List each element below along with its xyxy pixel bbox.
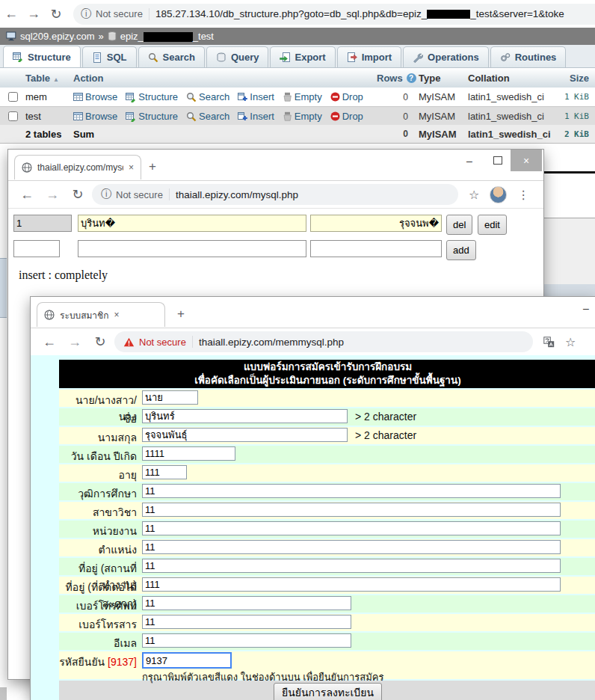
tab-sql[interactable]: SQL: [82, 46, 137, 67]
import-icon: [347, 52, 357, 63]
row-checkbox[interactable]: [8, 92, 18, 102]
column-header-collation: Collation: [468, 73, 556, 84]
empty-link[interactable]: Empty: [283, 91, 322, 102]
field-label: ตำแหน่ง: [59, 539, 141, 556]
insert-link[interactable]: Insert: [238, 91, 274, 102]
bookmark-star-icon[interactable]: ☆: [565, 335, 576, 349]
field-input-4[interactable]: [142, 446, 235, 461]
mysql-window-tab[interactable]: thaiall.epizy.com/mysql.php ×: [14, 155, 141, 179]
browse-link[interactable]: Browse: [73, 111, 117, 122]
action-label: Insert: [250, 91, 274, 102]
submit-registration-button[interactable]: ยืนยันการลงทะเบียน: [274, 683, 382, 700]
tab-structure[interactable]: Structure: [3, 46, 81, 67]
new-tab-icon[interactable]: +: [177, 307, 185, 322]
field-input-12[interactable]: [142, 596, 351, 610]
help-icon[interactable]: ?: [407, 73, 416, 83]
maximize-icon[interactable]: [482, 150, 514, 171]
search-link[interactable]: Search: [186, 91, 229, 102]
browse-icon: [73, 92, 83, 102]
tab-operations[interactable]: Operations: [403, 46, 489, 67]
field-cell: [141, 483, 595, 500]
record-surname-input[interactable]: [310, 215, 442, 232]
drop-link[interactable]: Drop: [330, 111, 363, 122]
address-bar[interactable]: ⓘ Not secure thaiall.epizy.com/mysql.php: [92, 184, 458, 205]
tab-routines[interactable]: Routines: [490, 46, 567, 67]
structure-link[interactable]: Structure: [126, 91, 178, 102]
tab-close-icon[interactable]: ×: [114, 310, 120, 320]
forward-icon[interactable]: →: [64, 334, 86, 350]
del-button[interactable]: del: [446, 215, 472, 235]
breadcrumb-database[interactable]: epiz__test: [120, 31, 214, 42]
back-icon[interactable]: ←: [0, 6, 22, 22]
form-row: อายุ: [59, 464, 595, 482]
field-input-9[interactable]: [142, 540, 561, 554]
address-bar[interactable]: Not secure thaiall.epizy.com/memmysql.ph…: [114, 331, 533, 352]
field-input-11[interactable]: [142, 577, 561, 592]
field-input-14[interactable]: [142, 633, 351, 648]
mysql-window-titlebar[interactable]: thaiall.epizy.com/mysql.php × + – ×: [8, 150, 543, 181]
member-window-titlebar[interactable]: ระบบสมาชิก × + –: [31, 297, 595, 328]
bookmark-star-icon[interactable]: ☆: [469, 188, 479, 202]
action-label: Browse: [85, 111, 117, 122]
info-icon[interactable]: ⓘ: [81, 7, 91, 21]
search-link[interactable]: Search: [186, 111, 229, 122]
insert-link[interactable]: Insert: [238, 111, 274, 122]
tab-search[interactable]: Search: [138, 46, 205, 67]
tab-import[interactable]: Import: [337, 46, 401, 67]
info-icon[interactable]: ⓘ: [101, 188, 111, 201]
translate-icon[interactable]: [543, 337, 555, 348]
new-name-input[interactable]: [78, 240, 306, 257]
field-input-1[interactable]: [142, 390, 198, 405]
field-input-6[interactable]: [142, 484, 561, 498]
member-window-tab[interactable]: ระบบสมาชิก ×: [37, 302, 165, 327]
reload-icon[interactable]: ↻: [89, 334, 111, 350]
row-checkbox[interactable]: [8, 111, 18, 121]
reload-icon[interactable]: ↻: [67, 186, 89, 203]
new-tab-icon[interactable]: +: [149, 159, 156, 174]
table-name-link[interactable]: test: [25, 111, 73, 122]
minimize-icon[interactable]: –: [570, 297, 595, 319]
record-name-input[interactable]: [78, 215, 306, 232]
close-icon[interactable]: ×: [511, 150, 542, 171]
field-input-8[interactable]: [142, 521, 561, 535]
reload-icon[interactable]: ↻: [45, 6, 67, 22]
new-surname-input[interactable]: [310, 240, 442, 257]
new-id-input[interactable]: [13, 240, 60, 257]
tab-query[interactable]: Query: [206, 46, 269, 67]
profile-avatar[interactable]: [490, 186, 507, 203]
breadcrumb-server[interactable]: sql209.epizy.com: [20, 31, 94, 42]
structure-icon: [13, 52, 23, 62]
minimize-icon[interactable]: –: [454, 150, 485, 171]
field-input-3[interactable]: [142, 428, 348, 442]
forward-icon[interactable]: →: [22, 6, 45, 22]
field-input-2[interactable]: [142, 409, 348, 423]
address-bar[interactable]: ⓘ Not secure 185.27.134.10/db_structure.…: [73, 4, 595, 25]
structure-link[interactable]: Structure: [126, 111, 178, 122]
size: 1 KiB: [556, 111, 595, 121]
table-name-link[interactable]: mem: [25, 91, 73, 102]
menu-kebab-icon[interactable]: ⋮: [517, 188, 529, 202]
form-row: วัน เดือน ปีเกิด: [59, 446, 595, 463]
back-icon[interactable]: ←: [16, 187, 38, 203]
field-input-10[interactable]: [142, 559, 561, 573]
verify-code-input[interactable]: [142, 652, 232, 669]
tab-export[interactable]: Export: [270, 46, 335, 67]
drop-link[interactable]: Drop: [330, 91, 363, 102]
back-icon[interactable]: ←: [38, 334, 61, 350]
empty-link[interactable]: Empty: [283, 111, 322, 122]
field-input-5[interactable]: [142, 465, 187, 479]
page-fragment-bottom-left: [0, 687, 7, 700]
tab-close-icon[interactable]: ×: [129, 162, 134, 173]
column-header-table[interactable]: Table▲: [25, 73, 73, 84]
record-id-input[interactable]: [13, 215, 72, 232]
action-label: Structure: [138, 111, 178, 122]
edit-button[interactable]: edit: [478, 215, 507, 235]
field-input-7[interactable]: [142, 503, 561, 517]
action-label: Search: [199, 91, 229, 102]
browse-link[interactable]: Browse: [73, 91, 117, 102]
field-input-13[interactable]: [142, 615, 351, 629]
form-row: สาขาวิชา: [59, 502, 595, 519]
add-button[interactable]: add: [446, 240, 476, 260]
forward-icon[interactable]: →: [41, 187, 64, 203]
field-cell: > 2 character: [141, 408, 595, 426]
